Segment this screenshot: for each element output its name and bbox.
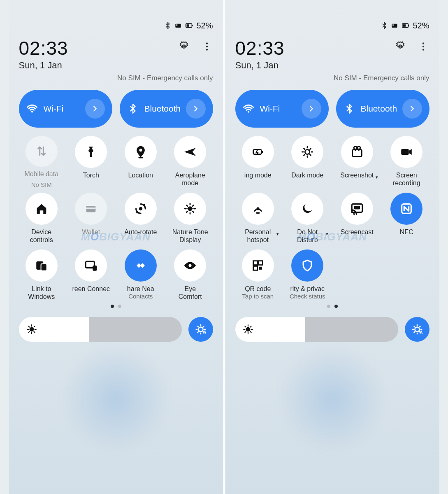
wifi-expand[interactable]: [302, 99, 321, 119]
battery-percent: 52%: [413, 21, 429, 30]
tile-wallet[interactable]: Wallet: [68, 193, 114, 245]
header-actions: [394, 40, 429, 53]
sim-status: No SIM - Emergency calls only: [19, 74, 213, 82]
header-actions: [178, 40, 213, 53]
nearby-share-sublabel: Contacts: [128, 293, 153, 300]
tile-saving-mode[interactable]: ing mode: [235, 136, 281, 189]
tile-screen-connect[interactable]: reen Connec: [68, 249, 114, 302]
tile-location[interactable]: Location: [118, 136, 164, 189]
wifi-icon: [243, 103, 254, 114]
tiles-grid-page1: Mobile dataNo SIMTorchLocationAeroplane …: [19, 136, 213, 302]
quick-settings-panel-page1: 52% 02:33 Sun, 1 Jan No SIM - Emergency …: [9, 0, 223, 494]
more-icon[interactable]: [201, 40, 213, 53]
hotspot-icon: [242, 193, 274, 225]
auto-brightness-button[interactable]: [405, 317, 429, 342]
saving-mode-icon: [242, 136, 274, 168]
tile-qr[interactable]: QR codeTap to scan: [235, 249, 281, 302]
page-dot-1[interactable]: [111, 305, 114, 308]
hotspot-label: Personal hotspot: [245, 228, 271, 244]
sim-status: No SIM - Emergency calls only: [235, 74, 429, 82]
card-status-icon: [390, 21, 399, 30]
auto-rotate-label: Auto-rotate: [124, 228, 157, 236]
screencast-label: Screencast: [341, 228, 374, 236]
bluetooth-label: Bluetooth: [361, 104, 402, 114]
tile-auto-rotate[interactable]: Auto-rotate: [118, 193, 164, 245]
tile-nearby-share[interactable]: hare NeaContacts: [118, 249, 164, 302]
bluetooth-icon: [127, 103, 139, 114]
wifi-toggle[interactable]: Wi-Fi: [19, 90, 112, 128]
bluetooth-expand[interactable]: [402, 99, 422, 119]
settings-icon[interactable]: [178, 40, 190, 53]
wallet-label: Wallet: [82, 228, 100, 236]
bluetooth-label: Bluetooth: [144, 104, 186, 114]
mobile-data-icon: [26, 136, 58, 167]
bluetooth-toggle[interactable]: Bluetooth: [336, 90, 429, 128]
top-toggles: Wi-Fi Bluetooth: [19, 90, 213, 128]
screenshot-caret-icon: ▾: [376, 175, 378, 180]
brightness-slider[interactable]: [19, 317, 182, 342]
qr-sublabel: Tap to scan: [242, 293, 274, 300]
eye-comfort-label: Eye Comfort: [179, 285, 202, 301]
brightness-slider[interactable]: [235, 317, 398, 342]
screen-connect-icon: [75, 249, 107, 282]
top-toggles: Wi-Fi Bluetooth: [235, 90, 429, 128]
tiles-grid-page2: ing modeDark modeScreenshot▾Screen recor…: [235, 136, 429, 302]
hotspot-caret-icon: ▾: [276, 231, 279, 237]
wifi-expand[interactable]: [85, 99, 105, 119]
nearby-share-label: hare Nea: [127, 285, 154, 293]
bluetooth-toggle[interactable]: Bluetooth: [120, 90, 213, 128]
time: 02:33: [19, 37, 68, 59]
page-dot-1[interactable]: [327, 305, 330, 308]
auto-rotate-icon: [125, 193, 157, 225]
wifi-toggle[interactable]: Wi-Fi: [235, 90, 329, 128]
dark-mode-label: Dark mode: [291, 171, 323, 179]
bluetooth-icon: [344, 103, 355, 114]
tile-aeroplane[interactable]: Aeroplane mode: [167, 136, 213, 189]
security-label: rity & privac: [290, 285, 325, 293]
page-dot-2[interactable]: [334, 305, 338, 308]
tile-link-windows[interactable]: Link to Windows: [19, 249, 65, 302]
torch-icon: [75, 136, 107, 168]
brightness-row: [19, 317, 213, 342]
security-icon: [291, 249, 323, 282]
link-windows-label: Link to Windows: [28, 285, 55, 301]
tile-nature-tone[interactable]: Nature Tone Display: [167, 193, 213, 245]
header: 02:33 Sun, 1 Jan: [235, 37, 429, 71]
tile-dark-mode[interactable]: Dark mode: [285, 136, 330, 189]
link-windows-icon: [26, 249, 58, 282]
nearby-share-icon: [125, 249, 157, 282]
wifi-icon: [26, 103, 38, 114]
more-icon[interactable]: [417, 40, 429, 53]
settings-icon[interactable]: [394, 40, 406, 53]
dnd-icon: [291, 193, 323, 225]
status-bar: 52%: [19, 8, 213, 30]
tile-hotspot[interactable]: Personal hotspot▾: [235, 193, 281, 245]
tile-torch[interactable]: Torch: [68, 136, 114, 189]
security-sublabel: Check status: [290, 293, 325, 300]
page-dot-2[interactable]: [118, 305, 121, 308]
tile-security[interactable]: rity & privacCheck status: [285, 249, 330, 302]
mobile-data-sublabel: No SIM: [31, 181, 52, 189]
tile-device-controls[interactable]: Device controls: [19, 193, 65, 245]
device-controls-icon: [26, 193, 58, 225]
bluetooth-expand[interactable]: [186, 99, 206, 119]
screenshot-icon: [341, 136, 373, 168]
tile-eye-comfort[interactable]: Eye Comfort: [167, 249, 213, 302]
tile-screen-recording[interactable]: Screen recording: [384, 136, 429, 189]
wallet-icon: [75, 193, 107, 225]
wifi-label: Wi-Fi: [44, 104, 85, 114]
tile-nfc[interactable]: NFC: [384, 193, 429, 245]
tile-screencast[interactable]: Screencast: [334, 193, 380, 245]
nfc-icon: [390, 193, 422, 225]
mobile-data-label: Mobile data: [24, 170, 58, 178]
tile-mobile-data[interactable]: Mobile dataNo SIM: [19, 136, 65, 189]
tile-screenshot[interactable]: Screenshot▾: [334, 136, 380, 189]
bluetooth-status-icon: [164, 22, 172, 29]
time-block: 02:33 Sun, 1 Jan: [235, 37, 285, 71]
screencast-icon: [341, 193, 373, 225]
auto-brightness-button[interactable]: [188, 317, 213, 342]
battery-percent: 52%: [196, 21, 213, 30]
panel-divider: [223, 0, 225, 494]
tile-dnd[interactable]: Do Not Disturb▾: [285, 193, 330, 245]
sun-icon: [26, 324, 37, 335]
